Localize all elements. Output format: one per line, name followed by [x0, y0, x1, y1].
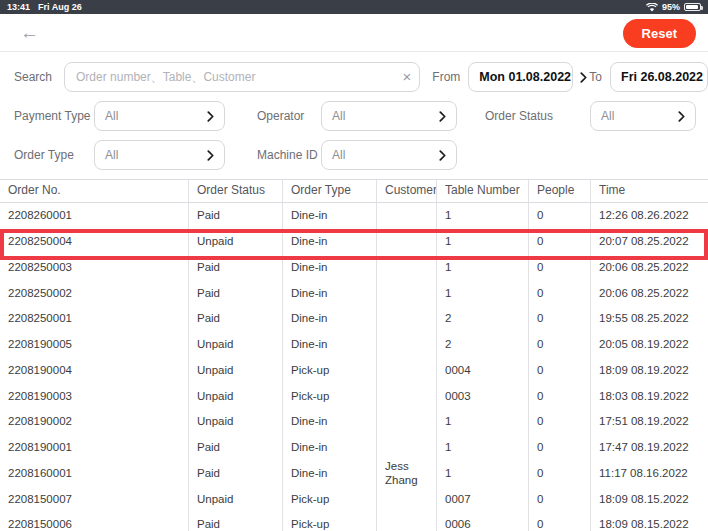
- order-type-label: Order Type: [14, 148, 94, 162]
- table-cell: Pick-up: [282, 486, 376, 512]
- table-cell: 2208190005: [0, 332, 188, 358]
- table-cell: 1: [436, 203, 528, 229]
- table-cell: 20:05 08.19.2022: [590, 332, 708, 358]
- status-time: 13:41: [7, 2, 30, 12]
- table-cell: Unpaid: [188, 229, 282, 255]
- to-date-button[interactable]: Fri 26.08.2022: [610, 62, 708, 92]
- table-cell: Unpaid: [188, 383, 282, 409]
- table-cell: 1: [436, 229, 528, 255]
- table-cell: Dine-in: [282, 306, 376, 332]
- order-status-label: Order Status: [485, 109, 590, 123]
- table-cell: 1: [436, 280, 528, 306]
- table-cell: 0: [528, 229, 590, 255]
- table-cell: 0: [528, 358, 590, 384]
- to-date-value: Fri 26.08.2022: [621, 70, 703, 84]
- machine-id-dropdown[interactable]: All: [321, 140, 457, 170]
- chevron-right-icon: [580, 72, 587, 83]
- chevron-right-icon: [678, 111, 685, 122]
- back-button[interactable]: ←: [20, 23, 39, 42]
- table-cell: Dine-in: [282, 435, 376, 461]
- table-cell: 20:06 08.25.2022: [590, 280, 708, 306]
- table-row[interactable]: 2208260001PaidDine-in1012:26 08.26.2022: [0, 203, 708, 229]
- table-cell: 2208190002: [0, 409, 188, 435]
- filters-panel: Search × From Mon 01.08.2022 To Fri 26.0…: [0, 52, 708, 170]
- table-cell: 20:06 08.25.2022: [590, 255, 708, 281]
- from-label: From: [432, 70, 460, 84]
- chevron-right-icon: [207, 111, 214, 122]
- operator-value: All: [332, 109, 439, 123]
- table-cell: Dine-in: [282, 461, 376, 487]
- table-row[interactable]: 2208190002UnpaidDine-in1017:51 08.19.202…: [0, 409, 708, 435]
- table-cell: 2208150006: [0, 512, 188, 531]
- table-row[interactable]: 2208190005UnpaidDine-in2020:05 08.19.202…: [0, 332, 708, 358]
- column-header: Order Type: [282, 180, 376, 202]
- chevron-right-icon: [439, 150, 446, 161]
- chevron-right-icon: [439, 111, 446, 122]
- reset-button[interactable]: Reset: [623, 19, 696, 48]
- wifi-icon: [646, 3, 658, 12]
- table-row[interactable]: 2208250001PaidDine-in2019:55 08.25.2022: [0, 306, 708, 332]
- table-cell: 11:17 08.16.2022: [590, 461, 708, 487]
- filter-row-search: Search × From Mon 01.08.2022 To Fri 26.0…: [0, 62, 708, 92]
- table-cell: 0: [528, 461, 590, 487]
- payment-type-dropdown[interactable]: All: [94, 101, 225, 131]
- clear-search-icon[interactable]: ×: [403, 68, 412, 85]
- table-row[interactable]: 2208250002PaidDine-in1020:06 08.25.2022: [0, 280, 708, 306]
- table-row[interactable]: 2208250004UnpaidDine-in1020:07 08.25.202…: [0, 229, 708, 255]
- table-cell: Paid: [188, 255, 282, 281]
- from-date-button[interactable]: Mon 01.08.2022: [468, 62, 573, 92]
- table-cell: 1: [436, 461, 528, 487]
- table-cell: 0: [528, 486, 590, 512]
- order-status-dropdown[interactable]: All: [590, 101, 696, 131]
- table-cell: [376, 280, 436, 306]
- table-cell: 2208250002: [0, 280, 188, 306]
- column-header: Order No.: [0, 180, 188, 202]
- table-row[interactable]: 2208190001PaidDine-in1017:47 08.19.2022: [0, 435, 708, 461]
- machine-id-value: All: [332, 148, 439, 162]
- order-type-value: All: [105, 148, 207, 162]
- table-cell: 2208190003: [0, 383, 188, 409]
- table-cell: Pick-up: [282, 358, 376, 384]
- order-type-dropdown[interactable]: All: [94, 140, 225, 170]
- table-cell: Unpaid: [188, 409, 282, 435]
- table-cell: 2208250003: [0, 255, 188, 281]
- table-row[interactable]: 2208190004UnpaidPick-up0004018:09 08.19.…: [0, 358, 708, 384]
- battery-percent: 95%: [662, 2, 680, 12]
- column-header: Customer: [376, 180, 436, 202]
- table-cell: 0004: [436, 358, 528, 384]
- search-input[interactable]: [64, 62, 420, 92]
- table-row[interactable]: 2208190003UnpaidPick-up0003018:03 08.19.…: [0, 383, 708, 409]
- table-cell: Dine-in: [282, 203, 376, 229]
- table-row[interactable]: 2208150006PaidPick-up0006018:09 08.15.20…: [0, 512, 708, 531]
- status-bar: 13:41 Fri Aug 26 95%: [0, 0, 708, 14]
- table-cell: Pick-up: [282, 512, 376, 531]
- filter-row-2: Payment Type All Operator All Order Stat…: [0, 101, 708, 131]
- table-cell: 18:09 08.15.2022: [590, 486, 708, 512]
- table-cell: 2208250004: [0, 229, 188, 255]
- table-cell: 0: [528, 255, 590, 281]
- table-cell: Unpaid: [188, 358, 282, 384]
- table-cell: Paid: [188, 280, 282, 306]
- table-cell: 2: [436, 332, 528, 358]
- table-body: 2208260001PaidDine-in1012:26 08.26.20222…: [0, 203, 708, 531]
- table-cell: 18:09 08.19.2022: [590, 358, 708, 384]
- table-row[interactable]: 2208250003PaidDine-in1020:06 08.25.2022: [0, 255, 708, 281]
- table-cell: 2: [436, 306, 528, 332]
- table-cell: 2208160001: [0, 461, 188, 487]
- table-cell: Dine-in: [282, 229, 376, 255]
- table-cell: 17:47 08.19.2022: [590, 435, 708, 461]
- search-label: Search: [14, 70, 52, 84]
- table-cell: 1: [436, 255, 528, 281]
- table-cell: 18:09 08.15.2022: [590, 512, 708, 531]
- column-header: Table Number: [436, 180, 528, 202]
- table-cell: Paid: [188, 512, 282, 531]
- filter-row-3: Order Type All Machine ID All: [0, 140, 708, 170]
- table-cell: 2208260001: [0, 203, 188, 229]
- table-cell: 2208190004: [0, 358, 188, 384]
- machine-id-label: Machine ID: [257, 148, 321, 162]
- table-row[interactable]: 2208160001PaidDine-inJess Zhang1011:17 0…: [0, 461, 708, 487]
- table-cell: 19:55 08.25.2022: [590, 306, 708, 332]
- table-cell: 0: [528, 203, 590, 229]
- operator-dropdown[interactable]: All: [321, 101, 457, 131]
- table-row[interactable]: 2208150007UnpaidPick-up0007018:09 08.15.…: [0, 486, 708, 512]
